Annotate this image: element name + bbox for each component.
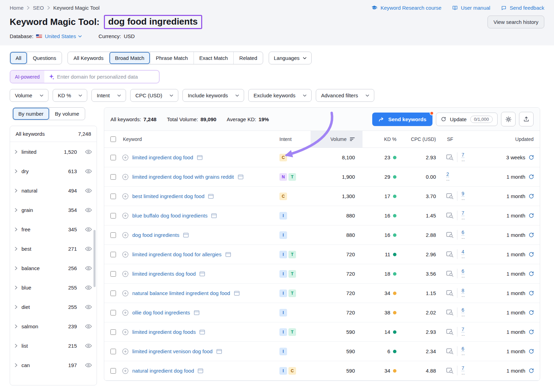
keyword-link[interactable]: limited ingredient dog foods bbox=[132, 329, 196, 335]
filter-dropdown[interactable]: Exclude keywords bbox=[248, 89, 312, 102]
add-keyword-icon[interactable] bbox=[122, 368, 128, 374]
groups-header[interactable]: All keywords 7,248 bbox=[10, 126, 97, 142]
filter-dropdown[interactable]: Advanced filters bbox=[316, 89, 374, 102]
serp-features-icon[interactable] bbox=[446, 271, 454, 277]
export-button[interactable] bbox=[519, 112, 534, 126]
sf-count-link[interactable]: 9 bbox=[462, 191, 464, 197]
add-keyword-icon[interactable] bbox=[122, 290, 128, 296]
serp-preview-icon[interactable] bbox=[238, 175, 243, 179]
chevron-right-icon[interactable] bbox=[15, 286, 17, 289]
chevron-right-icon[interactable] bbox=[15, 305, 17, 309]
refresh-icon[interactable] bbox=[528, 348, 534, 354]
eye-icon[interactable] bbox=[85, 324, 92, 329]
scope-tab[interactable]: All bbox=[10, 52, 27, 64]
refresh-icon[interactable] bbox=[528, 154, 534, 160]
sf-count-link[interactable]: 7 bbox=[462, 365, 464, 372]
sf-count-link[interactable]: 7 bbox=[462, 152, 464, 158]
breadcrumb-home[interactable]: Home bbox=[10, 5, 24, 11]
keyword-link[interactable]: blue buffalo dog food ingredients bbox=[132, 213, 207, 219]
add-keyword-icon[interactable] bbox=[122, 213, 128, 219]
add-keyword-icon[interactable] bbox=[122, 348, 128, 355]
chevron-right-icon[interactable] bbox=[15, 169, 17, 173]
chevron-right-icon[interactable] bbox=[15, 324, 17, 328]
serp-preview-icon[interactable] bbox=[208, 194, 214, 199]
keyword-link[interactable]: natural balance limited ingredient dog f… bbox=[132, 290, 230, 296]
add-keyword-icon[interactable] bbox=[122, 329, 128, 335]
match-type-tab[interactable]: All Keywords bbox=[68, 52, 109, 64]
row-checkbox[interactable] bbox=[110, 252, 116, 257]
sf-count-link[interactable]: 8 bbox=[462, 288, 464, 294]
refresh-icon[interactable] bbox=[528, 193, 534, 199]
sf-count-link[interactable]: 6 bbox=[462, 307, 464, 313]
serp-features-icon[interactable] bbox=[446, 232, 454, 238]
chevron-right-icon[interactable] bbox=[15, 208, 17, 212]
eye-icon[interactable] bbox=[85, 305, 92, 309]
eye-icon[interactable] bbox=[85, 344, 92, 348]
serp-preview-icon[interactable] bbox=[225, 252, 231, 257]
sort-toggle-option[interactable]: By number bbox=[13, 108, 49, 120]
keyword-group-row[interactable]: natural 494 bbox=[10, 181, 97, 200]
domain-input[interactable] bbox=[55, 71, 159, 83]
eye-icon[interactable] bbox=[85, 188, 92, 193]
keyword-group-row[interactable]: dry 613 bbox=[10, 161, 97, 181]
refresh-icon[interactable] bbox=[528, 290, 534, 296]
keyword-research-course-link[interactable]: Keyword Research course bbox=[371, 5, 441, 11]
add-keyword-icon[interactable] bbox=[122, 310, 128, 316]
keyword-group-row[interactable]: blue 255 bbox=[10, 278, 97, 297]
refresh-icon[interactable] bbox=[528, 368, 534, 374]
serp-preview-icon[interactable] bbox=[211, 213, 217, 218]
sf-count-link[interactable]: 6 bbox=[462, 268, 464, 275]
select-all-checkbox[interactable] bbox=[110, 136, 116, 142]
row-checkbox[interactable] bbox=[110, 271, 116, 277]
serp-preview-icon[interactable] bbox=[194, 310, 199, 315]
match-type-tab[interactable]: Exact Match bbox=[194, 52, 234, 64]
keyword-link[interactable]: ollie dog food ingredients bbox=[132, 310, 190, 315]
serp-features-icon[interactable] bbox=[446, 213, 454, 219]
row-checkbox[interactable] bbox=[110, 155, 116, 160]
chevron-right-icon[interactable] bbox=[15, 189, 17, 193]
chevron-right-icon[interactable] bbox=[15, 150, 17, 154]
refresh-icon[interactable] bbox=[528, 213, 534, 219]
languages-dropdown[interactable]: Languages bbox=[269, 52, 312, 64]
eye-icon[interactable] bbox=[85, 363, 92, 367]
sf-count-link[interactable]: 7 bbox=[462, 327, 464, 333]
keyword-link[interactable]: limited ingredients dog food bbox=[132, 271, 196, 277]
keyword-link[interactable]: limited ingredient dog food bbox=[132, 154, 193, 160]
serp-features-icon[interactable] bbox=[446, 348, 454, 354]
filter-dropdown[interactable]: KD % bbox=[53, 89, 87, 102]
add-keyword-icon[interactable] bbox=[122, 271, 128, 277]
eye-icon[interactable] bbox=[85, 227, 92, 232]
keyword-link[interactable]: limited ingredient dog food with grains … bbox=[132, 174, 234, 180]
row-checkbox[interactable] bbox=[110, 291, 116, 296]
keyword-group-row[interactable]: free 345 bbox=[10, 220, 97, 239]
match-type-tab[interactable]: Broad Match bbox=[109, 52, 150, 64]
serp-features-icon[interactable] bbox=[446, 193, 454, 199]
serp-preview-icon[interactable] bbox=[234, 291, 240, 296]
keyword-group-row[interactable]: list 215 bbox=[10, 336, 97, 355]
eye-icon[interactable] bbox=[85, 208, 92, 212]
eye-icon[interactable] bbox=[85, 150, 92, 154]
user-manual-link[interactable]: User manual bbox=[452, 5, 490, 11]
filter-dropdown[interactable]: Include keywords bbox=[182, 89, 244, 102]
keyword-group-row[interactable]: diet 255 bbox=[10, 297, 97, 317]
filter-dropdown[interactable]: Intent bbox=[91, 89, 126, 102]
serp-features-icon[interactable] bbox=[446, 368, 454, 374]
keyword-group-row[interactable]: salmon 239 bbox=[10, 317, 97, 336]
sf-count-link[interactable]: 6 bbox=[462, 346, 464, 352]
breadcrumb-seo[interactable]: SEO bbox=[33, 5, 44, 11]
row-checkbox[interactable] bbox=[110, 349, 116, 354]
keyword-link[interactable]: best limited ingredient dog food bbox=[132, 193, 204, 199]
row-checkbox[interactable] bbox=[110, 213, 116, 219]
serp-features-icon[interactable] bbox=[446, 251, 454, 257]
eye-icon[interactable] bbox=[85, 285, 92, 290]
row-checkbox[interactable] bbox=[110, 368, 116, 374]
keyword-link[interactable]: natural ingredient dog food bbox=[132, 368, 194, 374]
eye-icon[interactable] bbox=[85, 266, 92, 270]
scope-tab[interactable]: Questions bbox=[27, 52, 62, 64]
view-search-history-button[interactable]: View search history bbox=[488, 16, 544, 28]
row-checkbox[interactable] bbox=[110, 329, 116, 335]
chevron-right-icon[interactable] bbox=[15, 247, 17, 251]
serp-features-icon[interactable] bbox=[446, 329, 454, 335]
keyword-group-row[interactable]: limited 1,520 bbox=[10, 142, 97, 161]
refresh-icon[interactable] bbox=[528, 251, 534, 257]
